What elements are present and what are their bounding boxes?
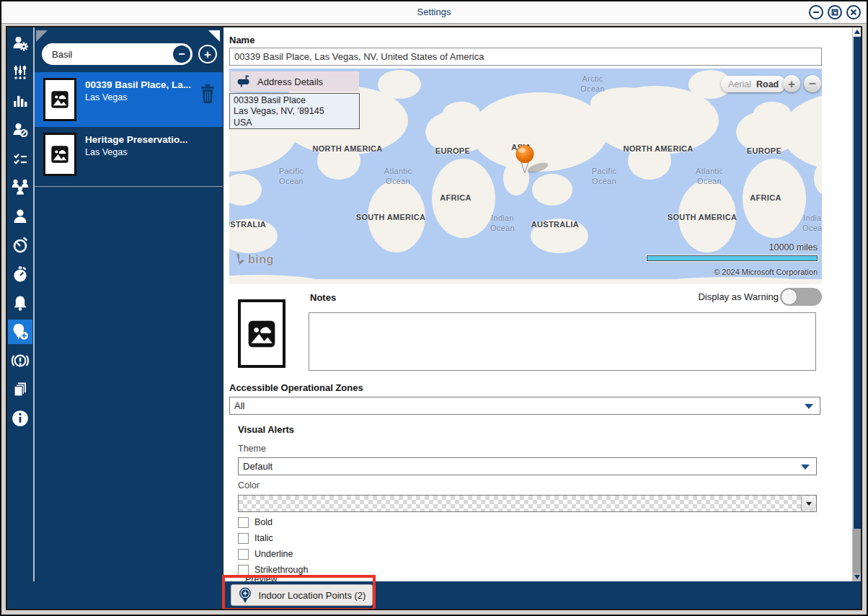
minimize-icon	[812, 9, 820, 16]
italic-checkbox-row[interactable]: Italic	[238, 531, 273, 545]
address-line-1: 00339 Basil Place	[234, 95, 355, 106]
locations-panel: − + 00339 Basil Place, La... Las	[35, 27, 223, 609]
scroll-up-button[interactable]	[853, 27, 862, 36]
scrollbar-thumb[interactable]	[854, 37, 861, 529]
color-dropdown-button[interactable]	[801, 496, 815, 511]
sidebar-item-checklist[interactable]	[8, 146, 32, 171]
italic-checkbox-label: Italic	[254, 533, 273, 543]
address-line-3: USA	[234, 118, 355, 128]
orange-map-pin-icon	[514, 144, 536, 175]
sidebar-item-equalizer[interactable]	[8, 89, 32, 113]
underline-checkbox[interactable]	[238, 549, 249, 560]
search-input[interactable]	[42, 43, 192, 65]
annotation-highlight-rectangle	[222, 575, 376, 610]
location-subtitle: Las Vegas	[85, 147, 217, 157]
list-item-heritage-preservation[interactable]: Heritage Preservatio... Las Vegas	[35, 127, 223, 182]
delete-location-button[interactable]	[198, 84, 217, 107]
bold-checkbox-row[interactable]: Bold	[238, 515, 273, 529]
sidebar-item-user-settings[interactable]	[8, 31, 32, 56]
sidebar-item-person[interactable]	[8, 204, 32, 229]
add-location-button[interactable]: +	[198, 45, 217, 63]
person-icon	[12, 208, 29, 225]
restore-button[interactable]	[828, 5, 842, 19]
footer-bar: Indoor Location Points (2)	[7, 581, 861, 609]
name-input[interactable]	[229, 48, 822, 66]
settings-window: Settings	[0, 0, 868, 616]
map-zoom-in-button[interactable]: +	[783, 75, 800, 92]
underline-checkbox-row[interactable]: Underline	[238, 547, 293, 561]
bing-logo-text: bing	[248, 253, 274, 266]
sidebar-item-timer[interactable]	[8, 233, 32, 258]
alert-icon	[11, 351, 30, 370]
sidebar-item-alerts[interactable]	[8, 348, 32, 373]
app-area: − + 00339 Basil Place, La... Las	[6, 26, 862, 610]
location-title: 00339 Basil Place, La...	[85, 79, 198, 90]
display-as-warning-toggle[interactable]	[780, 288, 822, 306]
map-marker[interactable]	[514, 144, 536, 177]
bold-checkbox[interactable]	[238, 517, 249, 528]
close-icon	[850, 9, 857, 16]
minus-circle-icon: −	[178, 48, 185, 60]
zones-value: All	[234, 400, 244, 411]
minimize-button[interactable]	[809, 5, 823, 19]
list-item-basil-place[interactable]: 00339 Basil Place, La... Las Vegas	[35, 72, 223, 127]
panel-corner-left-handle[interactable]	[36, 30, 48, 42]
address-popup: 00339 Basil Place Las Vegas, NV, '89145 …	[229, 93, 360, 129]
theme-dropdown[interactable]: Default	[238, 457, 817, 475]
stopwatch-icon	[12, 265, 29, 283]
team-icon	[11, 178, 30, 197]
aerial-view-option[interactable]: Aerial	[728, 79, 751, 89]
map-canvas[interactable]: NORTH AMERICA EUROPE ASIA Pacific Ocean …	[229, 69, 822, 284]
sidebar-item-info[interactable]	[8, 406, 32, 431]
close-button[interactable]	[846, 5, 861, 19]
strikethrough-checkbox-label: Strikethrough	[254, 565, 308, 575]
road-view-option[interactable]: Road	[756, 79, 779, 89]
chevron-down-icon	[801, 465, 810, 470]
color-label: Color	[238, 480, 260, 490]
vertical-scrollbar[interactable]	[852, 27, 861, 581]
sidebar-item-location-points[interactable]	[8, 320, 32, 344]
equalizer-icon	[12, 92, 29, 110]
bing-logo: bing	[235, 253, 274, 266]
location-thumbnail	[43, 133, 76, 176]
toggle-knob	[781, 289, 797, 305]
address-details-button[interactable]: Address Details	[231, 71, 359, 92]
sidebar-item-user-blocked[interactable]	[8, 118, 32, 142]
bell-icon	[12, 294, 29, 312]
sliders-icon	[12, 63, 29, 81]
info-icon	[11, 409, 30, 428]
sidebar-item-sliders[interactable]	[8, 60, 32, 84]
panel-corner-right-handle[interactable]	[208, 30, 220, 42]
location-thumbnail	[43, 78, 76, 121]
timer-icon	[12, 237, 29, 254]
map-zoom-out-button[interactable]: −	[804, 75, 821, 92]
address-line-2: Las Vegas, NV, '89145	[234, 106, 355, 117]
bold-checkbox-label: Bold	[254, 517, 273, 527]
zones-dropdown[interactable]: All	[229, 397, 820, 415]
image-placeholder-icon	[50, 89, 70, 110]
color-dropdown[interactable]	[238, 495, 817, 512]
notes-textarea[interactable]	[309, 312, 816, 371]
plus-icon: +	[788, 78, 795, 90]
search-field: −	[42, 43, 192, 65]
italic-checkbox[interactable]	[238, 533, 249, 544]
display-as-warning-label: Display as Warning	[698, 291, 779, 302]
image-placeholder-icon	[50, 144, 70, 164]
clear-search-button[interactable]: −	[173, 45, 190, 63]
scroll-down-button[interactable]	[853, 573, 862, 581]
chevron-down-icon	[806, 502, 812, 506]
mailbox-icon	[236, 74, 251, 89]
sidebar-item-team[interactable]	[8, 175, 32, 200]
plus-circle-icon: +	[204, 48, 211, 61]
visual-alerts-title: Visual Alerts	[238, 424, 294, 435]
location-photo-placeholder[interactable]	[238, 299, 285, 368]
zones-label: Accessible Operational Zones	[229, 382, 363, 393]
triangle-down-icon	[854, 575, 860, 579]
sidebar-item-bell[interactable]	[8, 291, 32, 315]
sidebar-item-documents[interactable]	[8, 377, 32, 402]
sidebar-item-stopwatch[interactable]	[8, 262, 32, 286]
map-scale-label: 10000 miles	[769, 242, 818, 252]
title-bar: Settings	[1, 1, 867, 24]
scrollbar-track-lower[interactable]	[853, 529, 862, 573]
map-view-toggle[interactable]: Aerial Road	[721, 76, 786, 92]
